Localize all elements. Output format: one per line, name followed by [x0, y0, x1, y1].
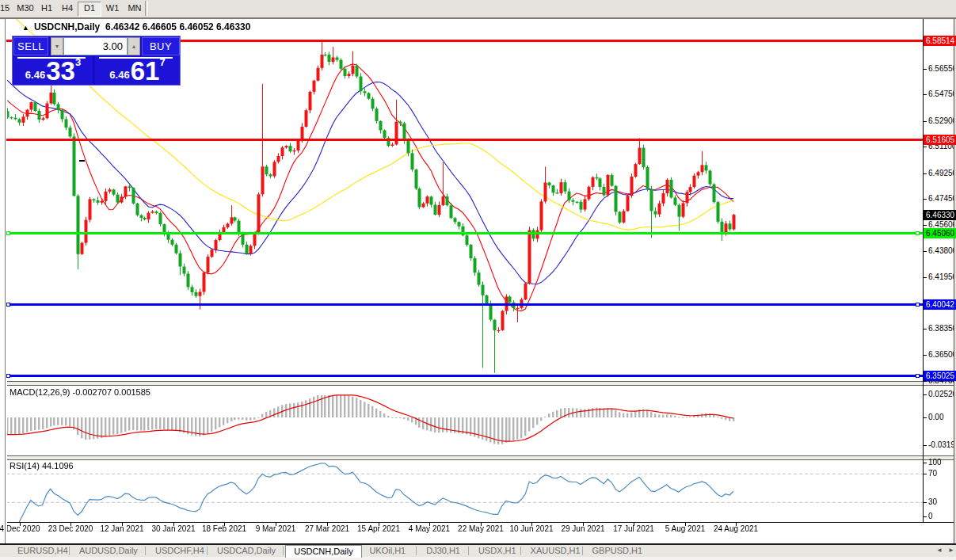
chart-tab-DJ30-H1[interactable]: DJ30,H1 — [418, 545, 468, 557]
line-handle[interactable] — [6, 231, 10, 235]
tabs-scroll-right-icon[interactable]: ► — [948, 547, 954, 554]
line-handle[interactable] — [916, 303, 920, 307]
time-tick-label: 10 Jun 2021 — [509, 524, 553, 533]
line-handle[interactable] — [916, 231, 920, 235]
bid-price-display[interactable]: 6.46 33 3 — [13, 56, 93, 85]
indicator-tick-mark — [923, 502, 927, 503]
line-price-label: 6.58514 — [924, 36, 956, 46]
chart-tab-UKOil-H1[interactable]: UKOil,H1 — [361, 545, 413, 557]
ask-whole: 6.46 — [109, 67, 129, 83]
line-handle[interactable] — [6, 374, 10, 378]
time-tick-label: 23 Dec 2020 — [48, 524, 93, 533]
chart-title: ▲USDCNH,Daily 6.46342 6.46605 6.46052 6.… — [22, 21, 250, 32]
tab-divider — [283, 547, 284, 555]
price-tick-mark — [923, 199, 927, 200]
tab-divider — [145, 547, 146, 555]
chart-ohlc-values: 6.46342 6.46605 6.46052 6.46330 — [105, 21, 251, 32]
timeframe-button-MN[interactable]: MN — [124, 2, 146, 15]
volume-field[interactable]: 3.00 — [63, 37, 128, 55]
rsi-canvas[interactable] — [6, 459, 923, 522]
macd-indicator-label: MACD(12,26,9) -0.002707 0.001585 — [10, 387, 150, 397]
tab-divider — [468, 547, 469, 555]
tab-divider — [416, 547, 417, 555]
current-price-label: 6.46330 — [924, 210, 956, 220]
line-handle[interactable] — [6, 303, 10, 307]
price-tick-mark — [923, 225, 927, 226]
timeframe-button-D1[interactable]: D1 — [78, 2, 101, 17]
macd-values: -0.002707 0.001585 — [72, 387, 150, 397]
chart-tab-USDX-H1[interactable]: USDX,H1 — [470, 545, 524, 557]
indicator-tick-label: 0.025209 — [928, 390, 956, 399]
price-tick-label: 6.38350 — [928, 324, 956, 333]
chart-tab-USDCHF-H4[interactable]: USDCHF,H4 — [147, 545, 212, 557]
line-price-label: 6.51605 — [924, 135, 956, 145]
support-line[interactable] — [6, 232, 923, 234]
price-tick-label: 6.41950 — [928, 272, 956, 282]
chart-tab-GBPUSD-H1[interactable]: GBPUSD,H1 — [585, 545, 651, 557]
indicator-tick-mark — [923, 417, 927, 418]
rsi-indicator-label: RSI(14) 44.1096 — [10, 461, 74, 470]
bid-point: 3 — [75, 58, 81, 67]
support-line[interactable] — [6, 375, 923, 377]
line-price-label: 6.40042 — [924, 299, 956, 310]
price-tick-mark — [923, 121, 927, 122]
indicator-tick-mark — [923, 516, 927, 517]
timeframe-button-H4[interactable]: H4 — [57, 2, 78, 15]
open-price-dash — [79, 160, 85, 162]
time-tick-label: 12 Jan 2021 — [100, 524, 143, 533]
line-price-label: 6.45060 — [924, 228, 956, 238]
indicator-tick-mark — [923, 463, 927, 463]
indicator-tick-mark — [923, 445, 927, 446]
timeframe-button-M30[interactable]: M30 — [13, 2, 38, 15]
volume-increase-button[interactable]: ▲ — [128, 37, 140, 55]
buy-button[interactable]: BUY — [142, 37, 180, 55]
ask-pips: 61 — [131, 59, 160, 83]
collapse-arrow-icon[interactable]: ▲ — [22, 24, 29, 32]
chart-tab-EURUSD-H4[interactable]: EURUSD,H4 — [10, 545, 76, 557]
indicator-tick-label: 0.00 — [928, 413, 956, 422]
tabs-scroll-left-icon[interactable]: ◄ — [936, 547, 943, 554]
volume-decrease-button[interactable]: ▼ — [51, 37, 63, 55]
chart-tab-AUDUSD-Daily[interactable]: AUDUSD,Daily — [71, 545, 146, 557]
chart-symbol-period: USDCNH,Daily — [34, 21, 100, 32]
sell-button[interactable]: SELL — [13, 37, 48, 55]
price-tick-label: 6.47450 — [928, 194, 956, 204]
support-line[interactable] — [6, 303, 923, 306]
tab-divider — [582, 547, 583, 555]
ask-price-display[interactable]: 6.46 61 7 — [95, 56, 180, 85]
indicator-tick-label: 0 — [928, 512, 956, 521]
line-handle[interactable] — [916, 374, 920, 378]
indicator-tick-mark — [923, 474, 927, 474]
tab-divider — [69, 547, 70, 555]
pane-separator[interactable] — [6, 381, 956, 386]
time-tick-label: 27 Mar 2021 — [305, 524, 349, 533]
bid-whole: 6.46 — [25, 67, 45, 83]
timeframe-button-W1[interactable]: W1 — [101, 2, 124, 15]
time-tick-label: 17 Jul 2021 — [613, 524, 654, 533]
bid-pips: 33 — [46, 59, 75, 83]
indicator-tick-mark — [923, 394, 927, 395]
price-tick-label: 6.49250 — [928, 169, 956, 178]
price-tick-mark — [923, 381, 927, 382]
chart-tab-USDCNH-Daily[interactable]: USDCNH,Daily — [285, 545, 362, 558]
time-tick-label: 5 Aug 2021 — [665, 524, 706, 533]
price-tick-label: 6.56550 — [928, 64, 956, 74]
price-tick-mark — [923, 147, 927, 147]
pane-separator[interactable] — [6, 455, 956, 460]
timeframe-toolbar: 15M30H1H4D1W1MN — [0, 0, 956, 18]
one-click-trading-panel: SELL ▼ 3.00 ▲ BUY 6.46 33 3 6.46 61 7 — [12, 36, 181, 86]
resistance-line[interactable] — [6, 139, 923, 141]
toolbar-separator — [145, 1, 148, 16]
chart-tab-USDCAD-Daily[interactable]: USDCAD,Daily — [209, 545, 284, 557]
window-frame-left — [5, 19, 7, 543]
status-strip — [0, 557, 956, 560]
chart-tab-XAUUSD-H1[interactable]: XAUUSD,H1 — [523, 545, 588, 557]
price-tick-mark — [923, 277, 927, 278]
timeframe-button-H1[interactable]: H1 — [36, 2, 57, 15]
price-tick-mark — [923, 69, 927, 70]
chart-tab-bar: EURUSD,H4AUDUSD,DailyUSDCHF,H4USDCAD,Dai… — [0, 545, 956, 557]
indicator-tick-label: 70 — [928, 469, 956, 478]
tab-divider — [520, 547, 521, 555]
indicator-tick-label: -0.031990 — [928, 440, 956, 450]
time-tick-label: 30 Jan 2021 — [151, 524, 195, 533]
